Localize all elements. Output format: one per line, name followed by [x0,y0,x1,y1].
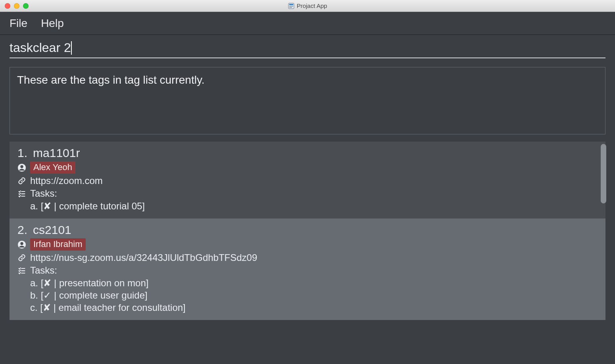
titlebar: Projact App [0,0,615,12]
svg-point-5 [20,165,23,168]
traffic-lights [5,3,29,9]
tag-index: 1. [17,146,27,160]
tag-card-title: 1.ma1101r [17,146,598,160]
person-row: Alex Yeoh [17,161,598,174]
tag-list[interactable]: 1.ma1101rAlex Yeohhttps://zoom.comTasks:… [10,142,605,344]
scrollbar-thumb[interactable] [601,144,606,203]
tasks-block: a. [✘ | complete tutorial 05] [30,201,598,212]
tag-card-title: 2.cs2101 [17,223,598,237]
status-message-text: These are the tags in tag list currently… [17,74,205,86]
tasks-header-row: Tasks: [17,188,598,199]
tag-card[interactable]: 2.cs2101Irfan Ibrahimhttps://nus-sg.zoom… [10,218,605,320]
tasks-icon [17,266,26,275]
tasks-label: Tasks: [30,265,57,276]
tag-name: ma1101r [33,146,80,160]
command-area: taskclear 2 [0,35,615,61]
svg-rect-2 [289,6,293,7]
tasks-block: a. [✘ | presentation on mon]b. [✓ | comp… [30,278,598,313]
link-icon [17,253,26,262]
person-icon [17,240,26,249]
link-row: https://nus-sg.zoom.us/a/32443JlUldTbGdh… [17,252,598,263]
person-chip: Irfan Ibrahim [30,238,86,251]
svg-point-10 [20,242,23,245]
tasks-header-row: Tasks: [17,265,598,276]
link-text: https://zoom.com [30,175,103,186]
task-line: c. [✘ | email teacher for consultation] [30,302,598,313]
maximize-window-button[interactable] [23,3,29,9]
link-text: https://nus-sg.zoom.us/a/32443JlUldTbGdh… [30,252,257,263]
text-cursor [71,41,72,55]
app-icon [288,3,294,9]
tag-card[interactable]: 1.ma1101rAlex Yeohhttps://zoom.comTasks:… [10,142,605,218]
link-row: https://zoom.com [17,175,598,186]
svg-rect-1 [289,4,293,5]
status-message-box: These are the tags in tag list currently… [10,67,605,134]
person-row: Irfan Ibrahim [17,238,598,251]
window-title: Projact App [0,2,615,9]
tasks-label: Tasks: [30,188,57,199]
task-line: b. [✓ | complete user guide] [30,290,598,301]
tag-index: 2. [17,223,27,237]
menu-file[interactable]: File [10,17,27,30]
task-line: a. [✘ | complete tutorial 05] [30,201,598,212]
menu-help[interactable]: Help [41,17,64,30]
task-line: a. [✘ | presentation on mon] [30,278,598,289]
minimize-window-button[interactable] [14,3,19,9]
svg-rect-0 [288,3,294,9]
link-icon [17,176,26,185]
person-chip: Alex Yeoh [30,161,75,174]
close-window-button[interactable] [5,3,10,9]
menubar: File Help [0,12,615,35]
window-title-text: Projact App [297,2,327,9]
tasks-icon [17,189,26,198]
command-input[interactable]: taskclear 2 [10,40,71,55]
svg-rect-3 [289,7,292,8]
tag-name: cs2101 [33,223,71,237]
tag-list-container: 1.ma1101rAlex Yeohhttps://zoom.comTasks:… [10,142,605,344]
person-icon [17,163,26,172]
